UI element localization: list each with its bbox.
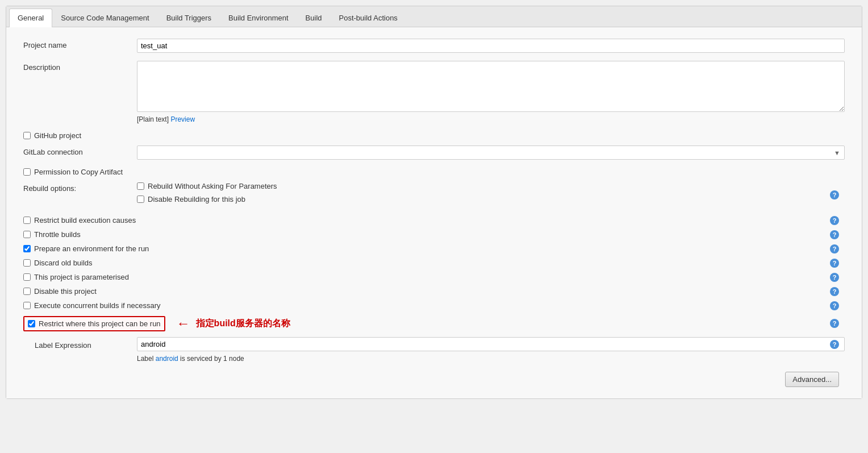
disable-rebuilding-label[interactable]: Disable Rebuilding for this job [148,195,245,203]
github-project-row: GitHub project [23,131,845,140]
plain-text-label: [Plain text] [137,115,169,123]
tab-build-triggers[interactable]: Build Triggers [158,9,220,27]
github-project-label[interactable]: GitHub project [34,131,81,140]
gitlab-connection-control: ▼ [137,146,845,160]
discard-old-builds-help-icon[interactable]: ? [830,259,839,268]
label-android-link[interactable]: android [156,355,178,363]
discard-old-builds-label[interactable]: Discard old builds [34,259,93,267]
restrict-where-row: Restrict where this project can be run [23,316,165,331]
annotation-area: ← 指定build服务器的名称 [177,315,290,331]
throttle-builds-help-icon[interactable]: ? [830,230,839,239]
restrict-where-label[interactable]: Restrict where this project can be run [39,319,161,328]
prepare-environment-help-icon[interactable]: ? [830,244,839,253]
tab-post-build[interactable]: Post-build Actions [331,9,406,27]
permission-copy-row: Permission to Copy Artifact [23,168,845,176]
parameterised-checkbox[interactable] [23,273,31,281]
rebuild-options-label: Rebuild options: [23,182,137,193]
annotation-text: 指定build服务器的名称 [196,318,290,330]
gitlab-connection-select[interactable] [137,146,845,160]
execute-concurrent-checkbox[interactable] [23,302,31,309]
label-expression-help-icon[interactable]: ? [830,340,839,349]
project-name-row: Project name [23,39,845,53]
plain-text-area: [Plain text] Preview [137,115,845,123]
execute-concurrent-row: Execute concurrent builds if necessary ? [23,301,845,310]
restrict-where-container: Restrict where this project can be run ←… [23,315,845,331]
prepare-environment-label[interactable]: Prepare an environment for the run [34,244,149,253]
parameterised-row: This project is parameterised ? [23,273,845,281]
restrict-build-causes-row: Restrict build execution causes ? [23,216,845,225]
disable-project-checkbox[interactable] [23,288,31,295]
preview-link[interactable]: Preview [170,115,195,123]
label-expression-control [137,337,845,351]
label-note: Label android is serviced by 1 node [137,355,845,363]
rebuild-without-asking-label[interactable]: Rebuild Without Asking For Parameters [148,182,277,190]
restrict-build-causes-checkbox[interactable] [23,217,31,224]
restrict-build-causes-label[interactable]: Restrict build execution causes [34,216,136,225]
description-row: Description [Plain text] Preview [23,61,845,123]
gitlab-connection-row: GitLab connection ▼ [23,146,845,160]
description-input[interactable] [137,61,845,112]
tab-build-environment[interactable]: Build Environment [220,9,297,27]
parameterised-label[interactable]: This project is parameterised [34,273,129,281]
project-name-input[interactable] [137,39,845,53]
tab-general[interactable]: General [9,9,52,27]
project-name-label: Project name [23,39,137,49]
disable-rebuilding-row: Disable Rebuilding for this job [137,195,845,203]
description-control: [Plain text] Preview [137,61,845,123]
red-arrow-icon: ← [177,315,190,331]
tab-build[interactable]: Build [297,9,331,27]
label-expression-row: Label Expression ? [23,337,845,351]
disable-project-help-icon[interactable]: ? [830,287,839,296]
gitlab-connection-label: GitLab connection [23,146,137,156]
label-note-suffix: is serviced by 1 node [178,355,244,363]
jenkins-config-panel: General Source Code Management Build Tri… [6,6,862,399]
discard-old-builds-checkbox[interactable] [23,259,31,267]
disable-project-row: Disable this project ? [23,287,845,296]
github-project-checkbox[interactable] [23,132,31,139]
execute-concurrent-help-icon[interactable]: ? [830,301,839,310]
rebuild-options-control: Rebuild Without Asking For Parameters Di… [137,182,845,208]
restrict-build-causes-help-icon[interactable]: ? [830,216,839,225]
label-expression-label: Label Expression [23,339,137,350]
prepare-environment-row: Prepare an environment for the run ? [23,244,845,253]
permission-copy-checkbox[interactable] [23,168,31,176]
description-label: Description [23,61,137,72]
discard-old-builds-row: Discard old builds ? [23,259,845,267]
label-note-prefix: Label [137,355,156,363]
rebuild-without-asking-checkbox[interactable] [137,182,144,190]
tab-bar: General Source Code Management Build Tri… [6,6,862,27]
disable-project-label[interactable]: Disable this project [34,287,97,296]
restrict-where-checkbox[interactable] [28,320,35,327]
label-expression-input[interactable] [137,337,845,351]
project-name-control [137,39,845,53]
throttle-builds-checkbox[interactable] [23,231,31,238]
advanced-button[interactable]: Advanced... [785,372,839,387]
execute-concurrent-label[interactable]: Execute concurrent builds if necessary [34,301,161,310]
tab-scm[interactable]: Source Code Management [52,9,157,27]
rebuild-options-row: Rebuild options: Rebuild Without Asking … [23,182,845,208]
permission-copy-label[interactable]: Permission to Copy Artifact [34,168,123,176]
throttle-builds-label[interactable]: Throttle builds [34,230,81,239]
rebuild-without-asking-row: Rebuild Without Asking For Parameters [137,182,845,190]
prepare-environment-checkbox[interactable] [23,245,31,252]
advanced-button-row: Advanced... [23,372,845,387]
restrict-where-help-icon[interactable]: ? [830,319,839,328]
parameterised-help-icon[interactable]: ? [830,273,839,282]
tab-content-general: Project name Description [Plain text] Pr… [6,27,862,398]
throttle-builds-row: Throttle builds ? [23,230,845,239]
rebuild-help-icon[interactable]: ? [830,190,839,200]
disable-rebuilding-checkbox[interactable] [137,196,144,203]
